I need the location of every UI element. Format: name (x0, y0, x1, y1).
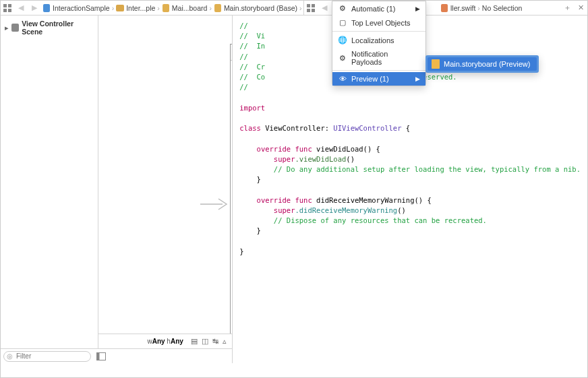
dd-automatic-label: Automatic (1) (351, 5, 395, 13)
globe-icon: 🌐 (338, 36, 347, 44)
assistant-back-button[interactable]: ◀ (318, 1, 331, 15)
size-class-control[interactable]: wAny hAny (147, 338, 183, 345)
close-assistant-button[interactable]: ✕ (574, 1, 587, 15)
pin-button-icon[interactable]: ↹ (212, 337, 218, 346)
scene-icon (11, 24, 20, 32)
crumb-storyboard[interactable]: Mai...board (160, 4, 209, 12)
svg-rect-1 (97, 352, 100, 360)
dd-separator (332, 31, 425, 32)
submenu-arrow-icon: ▶ (415, 5, 420, 12)
crumb-noselection-r[interactable]: No Selection (481, 4, 524, 12)
left-jump-bar: ◀ ▶ InteractionSample › Inter...ple › Ma… (1, 1, 304, 15)
back-button[interactable]: ◀ (14, 1, 28, 15)
dd-preview[interactable]: 👁 Preview (1) ▶ (332, 72, 425, 86)
right-jump-bar: ◀ ▶ ller.swift › No Selection ＋ ✕ ⚙ Auto… (304, 1, 587, 15)
crumb-folder[interactable]: Inter...ple (115, 4, 156, 12)
preview-submenu: Main.storyboard (Preview) (425, 55, 539, 73)
view-controller-frame[interactable]: View Controlle Label (230, 44, 232, 334)
breadcrumb-right: ller.swift › No Selection (439, 4, 560, 12)
dd-localizations-label: Localizations (351, 36, 394, 44)
dd-notification-label: Notification Payloads (351, 50, 420, 66)
submenu-storyboard-preview[interactable]: Main.storyboard (Preview) (428, 57, 537, 71)
link-icon: ⚙ (338, 4, 347, 13)
disclosure-arrow-icon[interactable]: ▸ (5, 24, 11, 32)
dd-top-level-label: Top Level Objects (351, 19, 410, 27)
ib-canvas[interactable]: View Controlle Label (98, 15, 232, 334)
dd-automatic[interactable]: ⚙ Automatic (1) ▶ (332, 1, 425, 15)
top-bar: ◀ ▶ InteractionSample › Inter...ple › Ma… (1, 1, 587, 15)
document-outline: ▸ View Controller Scene (1, 15, 98, 348)
left-pane: ▸ View Controller Scene View Controlle (1, 15, 233, 363)
size-class-bar: wAny hAny ▤ ◫ ↹ ▵ (98, 334, 232, 348)
submenu-label: Main.storyboard (Preview) (444, 60, 530, 68)
crumb-project[interactable]: InteractionSample (41, 4, 111, 12)
crumb-storyboard-base[interactable]: Main.storyboard (Base) (212, 4, 299, 12)
dd-notification[interactable]: ⚙ Notification Payloads (332, 47, 425, 69)
initial-vc-arrow-icon (200, 196, 228, 212)
resolve-button-icon[interactable]: ▵ (223, 337, 227, 346)
tree-scene-item[interactable]: ▸ View Controller Scene (1, 18, 98, 37)
storyboard-file-icon (432, 59, 440, 69)
stack-button-icon[interactable]: ▤ (191, 337, 198, 346)
submenu-arrow-icon: ▶ (415, 75, 420, 82)
outline-tree: ▸ View Controller Scene (1, 15, 98, 348)
layout-buttons: ▤ ◫ ↹ ▵ (191, 337, 227, 346)
assistant-related-icon[interactable] (304, 1, 318, 15)
eye-icon: 👁 (338, 75, 347, 83)
search-icon: ◎ (7, 352, 13, 360)
vc-title-bar[interactable]: View Controlle (231, 44, 232, 61)
related-items-icon[interactable] (1, 1, 14, 15)
align-button-icon[interactable]: ◫ (202, 337, 208, 346)
crumb-swift-file[interactable]: ller.swift (439, 4, 477, 12)
breadcrumb-left: InteractionSample › Inter...ple › Mai...… (41, 4, 303, 12)
assistant-mode-dropdown: ⚙ Automatic (1) ▶ ▢ Top Level Objects 🌐 … (332, 1, 426, 86)
dd-localizations[interactable]: 🌐 Localizations (332, 33, 425, 47)
canvas-area: View Controlle Label wAny hAny ▤ ◫ ↹ ▵ (98, 15, 232, 348)
crumb-noselection[interactable]: No Selection (303, 4, 303, 12)
filter-wrap: ◎ (3, 351, 91, 362)
outline-toggle-icon[interactable] (96, 352, 106, 360)
forward-button[interactable]: ▶ (28, 1, 41, 15)
canvas-uilabel[interactable]: Label (231, 199, 232, 211)
filter-input[interactable] (3, 351, 91, 362)
dd-preview-label: Preview (1) (351, 75, 389, 83)
tree-scene-label: View Controller Scene (22, 20, 94, 36)
bell-icon: ⚙ (338, 54, 347, 63)
dd-top-level[interactable]: ▢ Top Level Objects (332, 15, 425, 30)
add-assistant-button[interactable]: ＋ (560, 1, 574, 15)
outline-bottom-bar: ◎ (1, 348, 232, 363)
cube-icon: ▢ (338, 18, 347, 27)
dd-separator (332, 70, 425, 71)
